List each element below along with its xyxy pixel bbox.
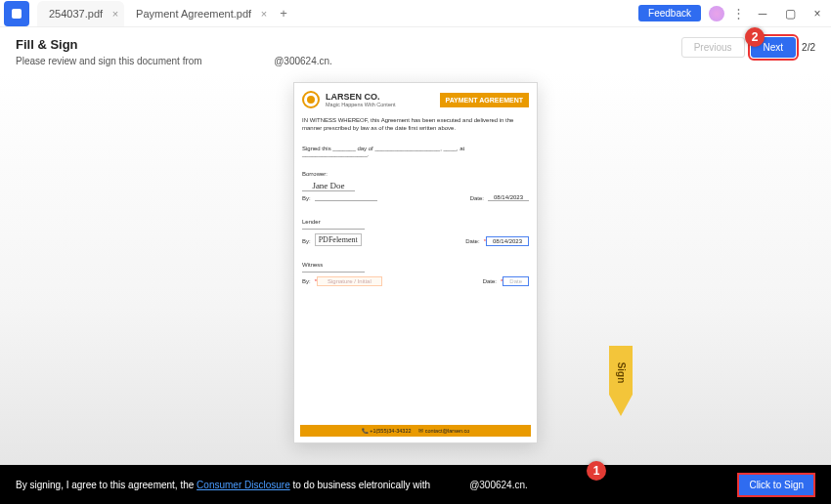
by-label: By: — [302, 195, 311, 201]
sign-arrow-label: Sign — [616, 358, 627, 388]
lender-name: PDFelement — [315, 233, 362, 246]
borrower-signature: Jane Doe — [302, 181, 355, 191]
witness-date-field[interactable]: Date — [503, 276, 529, 286]
date-label: Date: — [465, 238, 479, 244]
titlebar-right: Feedback ⋮ ─ ▢ × — [638, 5, 831, 21]
app-logo — [4, 1, 29, 26]
borrower-row: By: Date: 08/14/2023 — [302, 191, 529, 201]
tab-label: Payment Agreement.pdf — [136, 8, 251, 20]
feedback-button[interactable]: Feedback — [638, 5, 701, 21]
date-label: Date: — [483, 278, 497, 284]
minimize-icon[interactable]: ─ — [753, 7, 772, 21]
witness-row: By: *Signature / Initial Date: *Date — [302, 278, 529, 284]
by-label: By: — [302, 278, 311, 284]
borrower-label: Borrower: — [302, 171, 529, 177]
page-indicator: 2/2 — [802, 42, 815, 53]
page-subtitle: Please review and sign this document fro… — [16, 56, 332, 66]
borrower-date: 08/14/2023 — [488, 194, 529, 201]
document-page[interactable]: LARSEN CO. Magic Happens With Content PA… — [293, 82, 538, 443]
callout-badge-2: 2 — [745, 27, 765, 47]
add-tab-button[interactable]: + — [273, 6, 294, 21]
lender-signature-field[interactable]: PDFelement — [315, 235, 368, 244]
bottom-bar: By signing, I agree to this agreement, t… — [0, 465, 831, 504]
sign-arrow: Sign — [606, 346, 635, 416]
tab-inactive[interactable]: 254037.pdf × — [37, 1, 124, 26]
subtitle-sender: @300624.cn. — [274, 56, 332, 66]
company-name: LARSEN CO. — [326, 92, 396, 102]
doc-footer: 📞 +1(555)34-34322 ✉ contact@larsen.co — [300, 425, 531, 437]
lender-row: By: PDFelement Date: *08/14/2023 — [302, 235, 529, 244]
agreement-prefix: By signing, I agree to this agreement, t… — [16, 480, 197, 490]
borrower-name: Jane Doe — [302, 181, 355, 190]
company-logo-icon — [302, 91, 320, 108]
tab-close-icon[interactable]: × — [112, 8, 118, 20]
company-tagline: Magic Happens With Content — [326, 102, 396, 107]
close-icon[interactable]: × — [808, 7, 827, 21]
maximize-icon[interactable]: ▢ — [780, 7, 800, 21]
subtitle-prefix: Please review and sign this document fro… — [16, 56, 202, 66]
doc-header: LARSEN CO. Magic Happens With Content PA… — [302, 91, 529, 108]
previous-button[interactable]: Previous — [681, 37, 745, 58]
doc-banner: PAYMENT AGREEMENT — [440, 93, 529, 107]
tab-close-icon[interactable]: × — [261, 8, 267, 20]
doc-paragraph: IN WITNESS WHEREOF, this Agreement has b… — [302, 116, 529, 132]
agreement-suffix: to do business eletronically with — [292, 480, 430, 490]
footer-phone: +1(555)34-34322 — [370, 428, 411, 434]
lender-date-field[interactable]: 08/14/2023 — [486, 236, 529, 246]
subheader: Fill & Sign Please review and sign this … — [0, 27, 831, 72]
agreement-sender: @300624.cn. — [469, 480, 528, 490]
avatar[interactable] — [709, 6, 724, 21]
witness-signature-field[interactable]: Signature / Initial — [317, 276, 382, 286]
callout-badge-1: 1 — [587, 461, 606, 481]
click-to-sign-button[interactable]: Click to Sign — [737, 473, 815, 497]
agreement-text: By signing, I agree to this agreement, t… — [16, 480, 430, 490]
tab-active[interactable]: Payment Agreement.pdf × — [124, 1, 273, 26]
more-menu-icon[interactable]: ⋮ — [732, 6, 745, 21]
witness-label: Witness — [302, 262, 529, 268]
consumer-disclosure-link[interactable]: Consumer Disclosure — [197, 480, 290, 490]
footer-email: contact@larsen.co — [425, 428, 470, 434]
by-label: By: — [302, 238, 311, 244]
page-title: Fill & Sign — [16, 37, 332, 52]
tab-label: 254037.pdf — [49, 8, 103, 20]
date-label: Date: — [470, 195, 484, 201]
phone-icon: 📞 — [362, 428, 369, 434]
document-canvas: LARSEN CO. Magic Happens With Content PA… — [0, 72, 831, 465]
titlebar: 254037.pdf × Payment Agreement.pdf × + F… — [0, 0, 831, 27]
signed-this-line: Signed this _______ day of _____________… — [302, 146, 529, 157]
mail-icon: ✉ — [418, 428, 423, 434]
lender-label: Lender — [302, 219, 529, 225]
